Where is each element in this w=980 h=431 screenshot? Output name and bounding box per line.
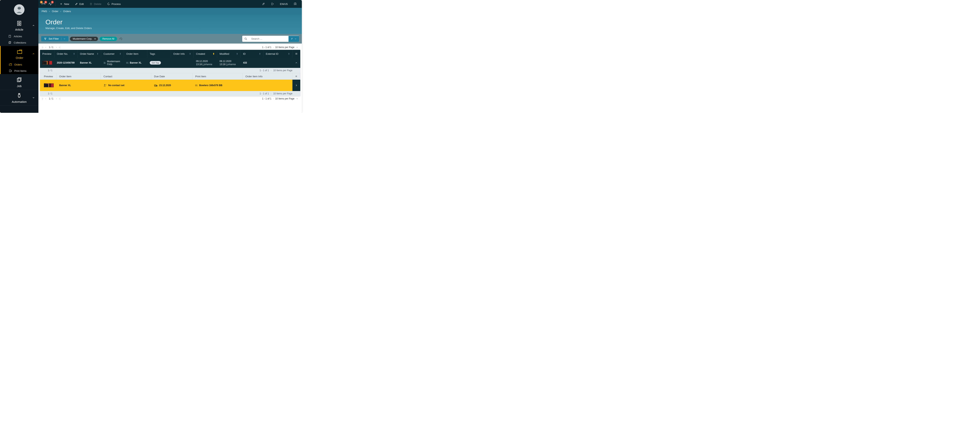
sidebar-head-article[interactable]: Article xyxy=(0,18,38,33)
sidebar-head-job[interactable]: Job xyxy=(0,74,38,89)
sidebar-item-orders[interactable]: Orders xyxy=(1,61,38,68)
sidebar-item-articles[interactable]: Articles xyxy=(0,33,38,40)
refresh-filters-button[interactable] xyxy=(119,37,123,40)
collapse-row-button[interactable] xyxy=(293,60,300,66)
set-tag-button[interactable]: Set Tag xyxy=(150,61,161,65)
sidebar-head-order[interactable]: Order xyxy=(1,46,38,61)
sort-icon[interactable]: ▲▼ xyxy=(213,53,215,55)
language-button[interactable]: EN/US xyxy=(278,2,290,7)
expand-sub-row-button[interactable] xyxy=(293,80,300,91)
th-external-id[interactable]: External ID▲▼ xyxy=(263,50,293,57)
orders-icon xyxy=(9,63,12,66)
th-preview[interactable]: Preview xyxy=(40,50,54,57)
sub-table-row[interactable]: Banner XL No contact set 23.12.2020 01 B… xyxy=(40,80,300,91)
search-sort-dropdown[interactable] xyxy=(288,36,299,42)
svg-marker-24 xyxy=(44,38,46,40)
th-order-no[interactable]: Order No.▲▼ xyxy=(54,50,78,57)
set-filter-button[interactable]: Set Filter xyxy=(41,36,68,42)
th-order-name[interactable]: Order Name▲▼ xyxy=(78,50,101,57)
gauge-2[interactable]: 3 xyxy=(48,2,52,6)
avatar[interactable] xyxy=(0,0,38,18)
svg-point-44 xyxy=(155,86,156,86)
svg-point-18 xyxy=(19,93,20,94)
pager-next[interactable]: › xyxy=(56,97,57,100)
th-id[interactable]: ID▲▼ xyxy=(241,50,263,57)
svg-rect-36 xyxy=(105,62,105,64)
cell-created: 09.12.2020 13:18 | johanna xyxy=(194,58,217,67)
collections-icon xyxy=(8,41,11,44)
th-order-item[interactable]: Order Item xyxy=(124,50,147,57)
sub-cell-info xyxy=(243,83,293,87)
sub-pager-bottom: 1 / 1 1 - 1 of 1 · 10 Items per Page xyxy=(40,91,300,96)
sort-icon[interactable]: ▲▼ xyxy=(236,53,238,55)
sidebar-head-automation[interactable]: Automation xyxy=(0,90,38,105)
rocket-button[interactable] xyxy=(259,1,267,7)
logout-button[interactable] xyxy=(269,1,276,7)
sub-pager-page: 1 / 1 xyxy=(48,92,52,95)
sub-pager-per-page[interactable]: 10 Items per Page xyxy=(273,69,293,72)
filter-chip-mustermann[interactable]: Mustermann Corp. xyxy=(70,37,98,41)
sub-th-contact[interactable]: Contact xyxy=(101,73,151,80)
search-input[interactable] xyxy=(249,36,288,42)
sidebar-item-collections[interactable]: Collections xyxy=(0,40,38,46)
pager-per-page[interactable]: 10 Items per Page xyxy=(275,97,294,100)
sidebar-item-label: Print Items xyxy=(14,69,27,72)
pager-first[interactable]: |‹ xyxy=(42,97,43,100)
sidebar-section-order: Order Orders Print Items xyxy=(0,46,38,74)
pager-first[interactable]: |‹ xyxy=(42,46,43,49)
remove-all-button[interactable]: Remove All xyxy=(100,37,117,41)
th-customer[interactable]: Customer▲▼ xyxy=(101,50,124,57)
table-row[interactable]: 2020-123456789 Banner XL Mustermann Corp… xyxy=(40,57,300,68)
remove-all-label: Remove All xyxy=(102,37,114,40)
book-icon xyxy=(294,2,297,5)
close-icon[interactable] xyxy=(94,38,96,40)
preview-thumbnail[interactable] xyxy=(42,61,52,65)
sub-th-menu[interactable] xyxy=(293,73,300,80)
process-button[interactable]: Process xyxy=(105,2,123,7)
page-header: Order Manage, Create, Edit, and Delete O… xyxy=(38,15,302,34)
pager-range: 1 - 1 of 1 xyxy=(262,46,271,49)
th-created[interactable]: Created▲▼ xyxy=(194,50,217,57)
breadcrumb-sep: ‹ xyxy=(49,10,50,13)
sub-th-due-date[interactable]: Due Date xyxy=(151,73,192,80)
sub-th-order-item[interactable]: Order Item xyxy=(56,73,101,80)
docs-button[interactable] xyxy=(291,1,299,7)
pager-prev[interactable]: ‹ xyxy=(45,97,46,100)
sort-icon[interactable]: ▲▼ xyxy=(73,53,75,55)
breadcrumb-pms[interactable]: PMS xyxy=(41,10,47,13)
preview-thumbnail[interactable] xyxy=(44,83,54,87)
sort-icon[interactable]: ▲▼ xyxy=(288,53,290,55)
sub-th-preview[interactable]: Preview xyxy=(41,73,56,80)
pager-last[interactable]: ›| xyxy=(59,46,60,49)
gauge-1[interactable]: 0 0 xyxy=(41,2,46,6)
refresh-icon xyxy=(119,37,123,40)
th-tags[interactable]: Tags xyxy=(147,50,171,57)
pager-prev[interactable]: ‹ xyxy=(45,46,46,49)
sort-icon[interactable]: ▲▼ xyxy=(189,53,191,55)
breadcrumb-orders[interactable]: Orders xyxy=(63,10,71,13)
chevron-down-icon[interactable] xyxy=(296,97,298,100)
sidebar-item-print-items[interactable]: Print Items xyxy=(1,68,38,74)
sort-icon[interactable]: ▲▼ xyxy=(259,53,261,55)
new-button[interactable]: New xyxy=(57,2,72,7)
breadcrumb-order[interactable]: Order xyxy=(52,10,59,13)
th-order-info[interactable]: Order Info▲▼ xyxy=(171,50,194,57)
pager-next[interactable]: › xyxy=(56,46,57,49)
th-menu[interactable] xyxy=(293,50,300,57)
pager-per-page[interactable]: 10 Items per Page xyxy=(275,46,294,49)
svg-point-40 xyxy=(104,85,105,85)
sort-icon[interactable]: ▲▼ xyxy=(119,53,121,55)
sub-th-print-item[interactable]: Print Item xyxy=(192,73,243,80)
sub-th-order-item-info[interactable]: Order Item Info xyxy=(243,73,293,80)
svg-rect-11 xyxy=(18,78,21,81)
pager-last[interactable]: ›| xyxy=(59,97,60,100)
chevron-down-icon[interactable] xyxy=(296,46,298,48)
th-modified[interactable]: Modified▲▼ xyxy=(217,50,241,57)
sub-pager-per-page[interactable]: 10 Items per Page xyxy=(273,92,293,95)
set-filter-dropdown[interactable] xyxy=(61,38,66,40)
delete-button[interactable]: Delete xyxy=(87,2,104,7)
edit-button[interactable]: Edit xyxy=(73,2,86,7)
logout-icon xyxy=(271,2,274,5)
topbar: 0 0 3 New Edit Delete xyxy=(38,0,302,8)
sort-icon[interactable]: ▲▼ xyxy=(97,53,99,55)
